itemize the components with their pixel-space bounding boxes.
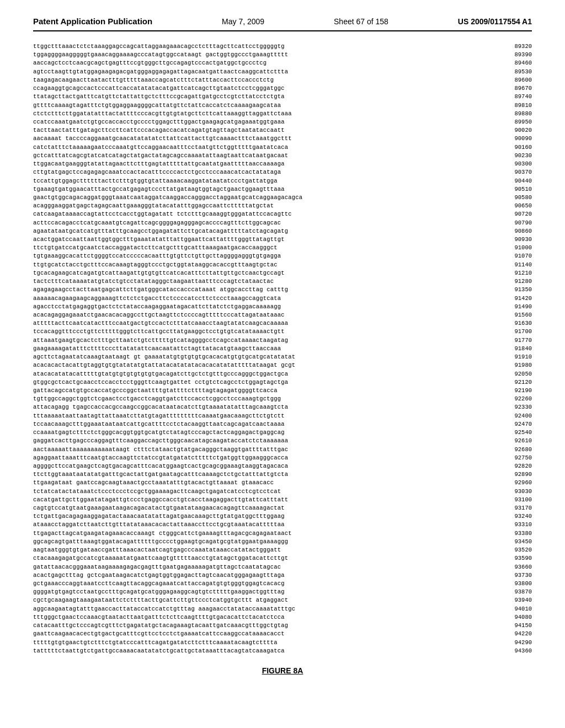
sequence-number: 92890: [499, 470, 532, 479]
sequence-text: tttttgtgtgaactgtctttctgtatcccatttcagatga…: [33, 639, 499, 647]
sequence-number: 92470: [499, 420, 532, 429]
sequence-row: aactaaaaattaaaaaaaaaaataagt ctttctataact…: [33, 446, 532, 454]
sequence-row: tccacaggtttccctgttctttttgggtcttcattgcctt…: [33, 328, 532, 336]
sequence-number: 90580: [499, 194, 532, 202]
sequence-text: atacacatatacatttttgtatgtgtgtgtgtgtgacaga…: [33, 370, 499, 378]
sequence-text: aggcaagaatagtatttgaaccacttataccatccatctg…: [33, 605, 499, 613]
sequence-row: ttgaagataat gaatccagcaagtaaactgcctaaatat…: [33, 479, 532, 487]
sequence-row: ggcagcagtgatttaaagtggatacagattttttgcccct…: [33, 538, 532, 546]
sequence-text: ggcagcagtgatttaaagtggatacagattttttgcccct…: [33, 538, 499, 546]
sequence-row: ttgtgcatctacctgctttccacaaagtagggtccctgct…: [33, 261, 532, 269]
sequence-row: ttcttggtaaataatatatgatttgcactattgatgaata…: [33, 470, 532, 479]
sequence-number: 92190: [499, 387, 532, 395]
sequence-number: 91070: [499, 252, 532, 260]
sequence-row: gaagaaaagatatttcttttcccttatatattcaacaata…: [33, 345, 532, 353]
sequence-number: 93590: [499, 554, 532, 563]
sequence-row: tgttggccaggctggtctcgaactcctgacctcaggtgat…: [33, 395, 532, 403]
page-header: Patent Application Publication May 7, 20…: [33, 17, 532, 31]
sequence-number: 89670: [499, 84, 532, 93]
sequence-number: 94150: [499, 622, 532, 630]
sequence-row: ttctgtgatccatgcaatctaccaggatactcttcatgct…: [33, 244, 532, 252]
sequence-number: 91770: [499, 336, 532, 345]
sequence-number: 93100: [499, 496, 532, 504]
sequence-row: gctcatttatcagcgtatcatcatagctatgactatagca…: [33, 152, 532, 160]
sequence-row: catacaatttgctcccagtcgtttctgagatatgctacag…: [33, 622, 532, 630]
sequence-number: 91350: [499, 286, 532, 294]
sequence-number: 93030: [499, 488, 532, 496]
sequence-row: gaattcaagaacacectgtgactgcatttcgttcctcctc…: [33, 630, 532, 638]
sequence-text: tactctttcataaaatatgtatctgtcctatatagggcta…: [33, 277, 499, 286]
sequence-row: acttccacagacctcatgcaaatgtcagattcagcgggga…: [33, 219, 532, 227]
sequence-text: ccagaaggtgcagccactcccattcaccatatatacatga…: [33, 84, 499, 93]
sequence-row: ccaaaatgagtctttctctgggcacggtggtgcatgtcta…: [33, 429, 532, 437]
sequence-number: 92680: [499, 446, 532, 454]
sequence-row: ttatagcttactgatttcatgttctattattgctctttcc…: [33, 93, 532, 101]
sequence-row: ttggctttaaactctctaaaggagccagcattaggaagaa…: [33, 42, 532, 51]
sequence-text: tctatcatactataaatctccctccctccgctggaaaaga…: [33, 488, 499, 496]
sequence-row: acactggatccaattaattggtggctttgaaatatattta…: [33, 235, 532, 244]
sequence-text: tgcacagaagcatcagatgtcattaagattgtgtgttcat…: [33, 269, 499, 277]
sequence-text: gaactgtggcagacaggatgggtaaatcaataggatcaag…: [33, 194, 499, 202]
sequence-row: tggaggggaagggggtgaaacaggaaaagcccatagtggc…: [33, 51, 532, 59]
sequence-text: tttaaaaataattaatagttattaaatcttatgtagattt…: [33, 412, 499, 420]
sequence-text: ttgtgcatctacctgctttccacaaagtagggtccctgct…: [33, 261, 499, 269]
sequence-number: 91000: [499, 244, 532, 252]
sequence-text: aggggcttccatgaagctcagtgacagcatttcacatgga…: [33, 462, 499, 470]
sequence-text: ttggacaatgaagggtatattagaacttctttgagtattt…: [33, 160, 499, 168]
sequence-row: agagagaagcctacttaatgagcattcttgatgggcatac…: [33, 286, 532, 294]
sequence-row: tatttttctaattgtctgattgccaaaacaatatatctgc…: [33, 647, 532, 655]
sequence-text: aacaaaat taccccaggaaatgcaacatatatatcttat…: [33, 135, 499, 143]
sequence-number: 90790: [499, 219, 532, 227]
sequence-row: gctgaaacccaggtaaatccttcaagttacaggcagaaat…: [33, 580, 532, 588]
sequence-number: 92400: [499, 412, 532, 420]
sequence-number: 94360: [499, 647, 532, 655]
sequence-number: 91210: [499, 269, 532, 277]
sequence-row: aacaaaat taccccaggaaatgcaacatatatatcttat…: [33, 135, 532, 143]
sequence-text: gaggatcacttgagcccaggagtttcaaggaccagcttgg…: [33, 437, 499, 445]
sequence-number: 89950: [499, 118, 532, 126]
sequence-number: 91140: [499, 261, 532, 269]
sequence-text: agcttctagaatatcaaagtaataagt gt gaaaatatg…: [33, 353, 499, 361]
sequence-number: 93940: [499, 596, 532, 604]
sequence-row: tacttaactatttgatagcttccttcattcccacagacca…: [33, 126, 532, 135]
sequence-row: catctatttctaaaaagaatcccaaatgttccaggaacaa…: [33, 143, 532, 152]
sequence-number: 92960: [499, 479, 532, 487]
sequence-number: 90300: [499, 160, 532, 168]
sequence-text: aaccagctcctcaacgcagctgagtttccgtgggcttgcc…: [33, 59, 499, 67]
sequence-row: ctacaaagagatgccatcgtaaaaatatgaattcaagtgt…: [33, 554, 532, 563]
sequence-number: 90020: [499, 126, 532, 135]
sequence-row: acagggaaggatgagctagagcaattgaaagggtatacat…: [33, 202, 532, 210]
publication-label: Patent Application Publication: [33, 17, 152, 26]
sequence-row: attacagagg tgagccaccacgccaagccggcacataat…: [33, 403, 532, 411]
sequence-text: agtcctaagttgtatggagaagagacgatgggaggagaga…: [33, 68, 499, 76]
sequence-row: aggggcttccatgaagctcagtgacagcatttcacatgga…: [33, 462, 532, 470]
sequence-text: catacaatttgctcccagtcgtttctgagatatgctacag…: [33, 622, 499, 630]
sequence-number: 94010: [499, 605, 532, 613]
sequence-number: 94080: [499, 613, 532, 622]
sequence-text: tccacaggtttccctgttctttttgggtcttcattgcctt…: [33, 328, 499, 336]
sequence-number: 93870: [499, 588, 532, 596]
sequence-number: 93240: [499, 512, 532, 521]
sequence-text: cagtgtccatgtaatgaaagaataagacagacatactgtg…: [33, 504, 499, 512]
sequence-number: 93450: [499, 538, 532, 546]
sequence-text: catctatttctaaaaagaatcccaaatgttccaggaacaa…: [33, 143, 499, 152]
sequence-row: gaactgtggcagacaggatgggtaaatcaataggatcaag…: [33, 194, 532, 202]
sequence-number: 90160: [499, 143, 532, 152]
sequence-row: tgaaagtgatggaacatttactgccatgagagtcccttat…: [33, 185, 532, 194]
sequence-row: tgcacagaagcatcagatgtcattaagattgtgtgttcat…: [33, 269, 532, 277]
sequence-row: ttggacaatgaagggtatattagaacttctttgagtattt…: [33, 160, 532, 168]
sequence-number: 91280: [499, 277, 532, 286]
sequence-number: 90720: [499, 210, 532, 218]
sequence-number: 93800: [499, 580, 532, 588]
sequence-row: tttttgtgtgaactgtctttctgtatcccatttcagatga…: [33, 639, 532, 647]
sequence-text: ccaaaatgagtctttctctgggcacggtggtgcatgtcta…: [33, 429, 499, 437]
sequence-row: acacagaggagaaatctgaacacacaggccttgctaagtt…: [33, 311, 532, 319]
sequence-number: 92820: [499, 462, 532, 470]
sequence-number: 89390: [499, 51, 532, 59]
sequence-text: ttggctttaaactctctaaaggagccagcattaggaagaa…: [33, 42, 499, 51]
sequence-row: cagtgtccatgtaatgaaagaataagacagacatactgtg…: [33, 504, 532, 512]
sequence-number: 89320: [499, 42, 532, 51]
sequence-text: gttttcaaaagtagatttctgtggaggaaggggcattatg…: [33, 101, 499, 110]
sequence-text: acactggatccaattaattggtggctttgaaatatattta…: [33, 235, 499, 244]
sequence-row: ataaacctaggatcttaatcttgtttatataaacacacta…: [33, 521, 532, 529]
